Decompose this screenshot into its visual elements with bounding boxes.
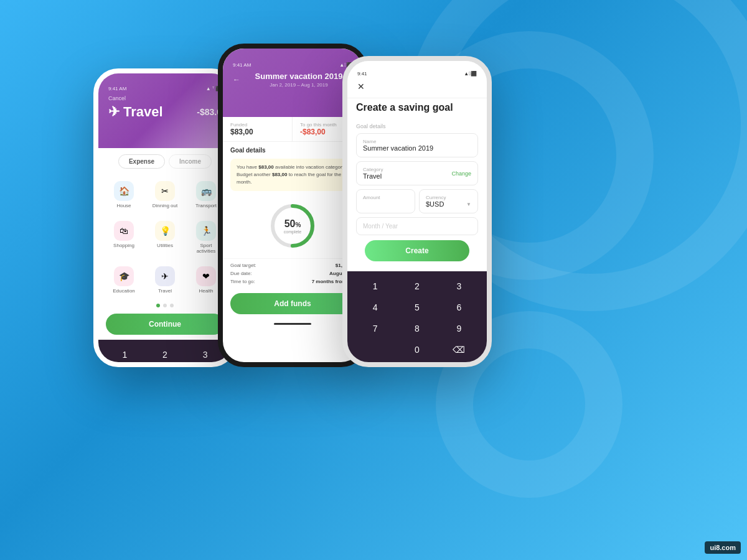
currency-field[interactable]: Currency $USD ▼ bbox=[419, 189, 478, 213]
name-label: Name bbox=[363, 139, 471, 144]
info-text: You have $83,00 available into vacation … bbox=[237, 164, 345, 185]
category-label: Travel bbox=[158, 288, 172, 294]
month-year-field[interactable]: Month / Year bbox=[356, 217, 478, 235]
add-funds-button[interactable]: Add funds bbox=[230, 293, 355, 314]
mid-header: 9:41 AM ▲᷊⬛ ← Summer vacation 2019 Jan 2… bbox=[223, 49, 362, 117]
chevron-down-icon: ▼ bbox=[466, 202, 471, 207]
month-year-placeholder: Month / Year bbox=[363, 223, 471, 230]
keypad-row-2: 4 5 6 bbox=[356, 299, 478, 316]
currency-value: $USD bbox=[426, 200, 444, 208]
mid-time: 9:41 AM bbox=[233, 62, 251, 68]
time-to-go-label: Time to go: bbox=[230, 279, 255, 284]
left-keypad: 1 2 3 4 5 6 7 8 9 bbox=[98, 340, 232, 367]
form-section: Goal details Name Summer vacation 2019 C… bbox=[347, 118, 487, 271]
watermark: ui8.com bbox=[705, 541, 741, 554]
title-section: Create a saving goal bbox=[347, 98, 487, 118]
mid-title-row: ← Summer vacation 2019 Jan 2, 2019 – Aug… bbox=[233, 72, 352, 88]
currency-select: $USD ▼ bbox=[426, 200, 471, 208]
amount-currency-row: Amount Currency $USD ▼ bbox=[356, 189, 478, 213]
close-icon[interactable]: ✕ bbox=[357, 82, 365, 91]
left-header: 9:41 AM ▲ ᵀ ⬛ Cancel ✈ Travel -$83.0 bbox=[98, 73, 232, 148]
list-item[interactable]: ✂ Dinning out bbox=[147, 177, 183, 212]
amount-field[interactable]: Amount bbox=[356, 189, 415, 213]
right-header: 9:41 ▲᷊⬛ ✕ bbox=[347, 61, 487, 98]
create-button[interactable]: Create bbox=[365, 240, 469, 261]
house-icon: 🏠 bbox=[114, 181, 134, 201]
key-4[interactable]: 4 bbox=[356, 299, 394, 316]
list-item[interactable]: 🎓 Education bbox=[106, 263, 142, 297]
name-field[interactable]: Name Summer vacation 2019 bbox=[356, 133, 478, 157]
key-empty bbox=[356, 341, 394, 358]
sport-icon: 🏃 bbox=[196, 221, 216, 241]
key-3[interactable]: 3 bbox=[440, 278, 478, 295]
expense-toggle[interactable]: Expense bbox=[118, 154, 165, 169]
key-1[interactable]: 1 bbox=[106, 345, 144, 365]
category-row: Category Travel Change bbox=[363, 167, 471, 180]
category-label: Education bbox=[113, 288, 135, 294]
name-value: Summer vacation 2019 bbox=[363, 144, 471, 152]
right-keypad: 1 2 3 4 5 6 7 8 9 0 ⌫ bbox=[347, 271, 487, 367]
list-item[interactable]: 🏠 House bbox=[106, 177, 142, 212]
key-2[interactable]: 2 bbox=[146, 345, 184, 365]
right-header-row: ✕ bbox=[357, 82, 477, 91]
category-label: Shopping bbox=[113, 243, 134, 248]
income-toggle[interactable]: Income bbox=[169, 154, 212, 169]
plane-icon: ✈ bbox=[108, 104, 120, 120]
change-link[interactable]: Change bbox=[451, 170, 471, 177]
health-icon: ❤ bbox=[196, 266, 216, 286]
progress-percent: 50 bbox=[284, 218, 296, 230]
progress-circle: 50 % complete bbox=[268, 201, 317, 251]
right-icons: ▲᷊⬛ bbox=[464, 71, 477, 77]
list-item[interactable]: ✈ Travel bbox=[147, 263, 183, 297]
key-1[interactable]: 1 bbox=[356, 278, 394, 295]
list-item[interactable]: 🛍 Shopping bbox=[106, 217, 142, 258]
travel-icon: ✈ bbox=[155, 266, 175, 286]
info-box: You have $83,00 available into vacation … bbox=[230, 159, 355, 191]
key-8[interactable]: 8 bbox=[398, 320, 436, 337]
left-status-bar: 9:41 AM ▲ ᵀ ⬛ bbox=[108, 86, 222, 91]
backspace-key[interactable]: ⌫ bbox=[440, 341, 478, 358]
goal-info: Goal target: $1,000,0 Due date: August, … bbox=[223, 258, 362, 288]
mid-status-bar: 9:41 AM ▲᷊⬛ bbox=[233, 62, 352, 68]
currency-label: Currency bbox=[426, 195, 471, 200]
travel-row: ✈ Travel -$83.0 bbox=[108, 104, 222, 120]
continue-button[interactable]: Continue bbox=[106, 314, 224, 335]
key-9[interactable]: 9 bbox=[440, 320, 478, 337]
goal-target-row: Goal target: $1,000,0 bbox=[230, 261, 355, 269]
keypad-row-1: 1 2 3 bbox=[356, 278, 478, 295]
home-indicator bbox=[223, 319, 362, 329]
key-5[interactable]: 5 bbox=[398, 299, 436, 316]
time-to-go-row: Time to go: 7 months from n... bbox=[230, 278, 355, 286]
home-bar bbox=[274, 323, 311, 325]
cancel-text[interactable]: Cancel bbox=[108, 95, 222, 101]
goal-target-label: Goal target: bbox=[230, 263, 256, 268]
key-7[interactable]: 7 bbox=[356, 320, 394, 337]
travel-title: ✈ Travel bbox=[108, 104, 163, 120]
transport-icon: 🚌 bbox=[196, 181, 216, 201]
vacation-title: Summer vacation 2019 bbox=[245, 72, 352, 81]
dot-inactive bbox=[163, 304, 167, 307]
key-0[interactable]: 0 bbox=[398, 341, 436, 358]
category-content: Category Travel bbox=[363, 167, 383, 180]
category-label: House bbox=[116, 203, 131, 208]
list-item[interactable]: 💡 Utilities bbox=[147, 217, 183, 258]
funded-cell: Funded $83,00 bbox=[223, 117, 293, 141]
goal-details-title: Goal details bbox=[223, 142, 362, 156]
due-date-row: Due date: August, 20 bbox=[230, 269, 355, 278]
category-label: Transport bbox=[195, 203, 217, 208]
category-label: Health bbox=[199, 288, 213, 294]
shopping-icon: 🛍 bbox=[114, 221, 134, 241]
back-icon[interactable]: ← bbox=[233, 75, 240, 84]
toggle-row: Expense Income bbox=[98, 148, 232, 175]
pagination-dots bbox=[98, 300, 232, 311]
dot-inactive bbox=[170, 304, 174, 307]
amount-label: Amount bbox=[363, 195, 408, 200]
dot-active bbox=[156, 304, 160, 307]
phones-container: 9:41 AM ▲ ᵀ ⬛ Cancel ✈ Travel -$83.0 Exp… bbox=[93, 31, 654, 529]
progress-section: 50 % complete bbox=[223, 194, 362, 258]
key-2[interactable]: 2 bbox=[398, 278, 436, 295]
category-field[interactable]: Category Travel Change bbox=[356, 161, 478, 185]
key-6[interactable]: 6 bbox=[440, 299, 478, 316]
right-status-bar: 9:41 ▲᷊⬛ bbox=[357, 71, 477, 77]
category-label: Dinning out bbox=[153, 203, 177, 208]
